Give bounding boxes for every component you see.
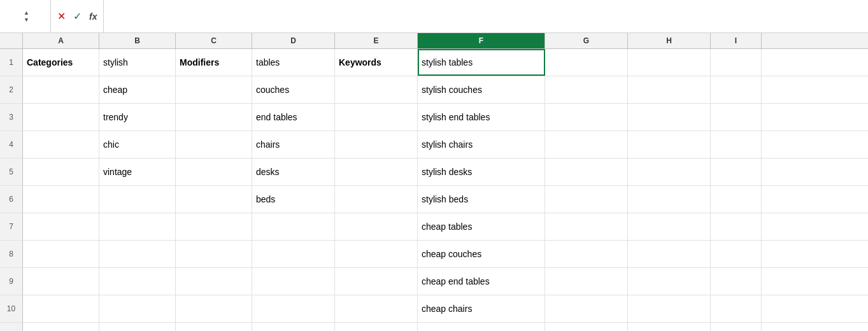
cell-f8[interactable]: cheap couches <box>418 241 545 267</box>
cell-d9[interactable] <box>252 268 335 295</box>
cell-h2[interactable] <box>628 76 711 103</box>
cell-g7[interactable] <box>545 213 628 240</box>
cell-c9[interactable] <box>176 268 252 295</box>
cell-e9[interactable] <box>335 268 418 295</box>
cell-g4[interactable] <box>545 131 628 158</box>
cell-c8[interactable] <box>176 241 252 267</box>
cell-h9[interactable] <box>628 268 711 295</box>
confirm-icon[interactable]: ✓ <box>71 9 84 24</box>
cell-h1[interactable] <box>628 49 711 76</box>
cell-h4[interactable] <box>628 131 711 158</box>
cell-a8[interactable] <box>23 241 99 267</box>
cell-b7[interactable] <box>99 213 176 240</box>
arrow-down-icon[interactable]: ▼ <box>24 17 29 24</box>
cell-b9[interactable] <box>99 268 176 295</box>
cell-g5[interactable] <box>545 158 628 185</box>
cell-i10[interactable] <box>711 295 762 322</box>
cell-c3[interactable] <box>176 104 252 130</box>
cell-c7[interactable] <box>176 213 252 240</box>
col-header-d[interactable]: D <box>252 33 335 48</box>
cell-b6[interactable] <box>99 186 176 213</box>
cell-e10[interactable] <box>335 295 418 322</box>
cell-d3[interactable]: end tables <box>252 104 335 130</box>
cell-c10[interactable] <box>176 295 252 322</box>
cell-d6[interactable]: beds <box>252 186 335 213</box>
cell-b11[interactable] <box>99 323 176 331</box>
cell-b2[interactable]: cheap <box>99 76 176 103</box>
cell-h5[interactable] <box>628 158 711 185</box>
cell-a4[interactable] <box>23 131 99 158</box>
cell-f3[interactable]: stylish end tables <box>418 104 545 130</box>
col-header-h[interactable]: H <box>628 33 711 48</box>
cell-i5[interactable] <box>711 158 762 185</box>
cell-a11[interactable] <box>23 323 99 331</box>
cell-g8[interactable] <box>545 241 628 267</box>
cell-c11[interactable] <box>176 323 252 331</box>
cell-b1[interactable]: stylish <box>99 49 176 76</box>
cell-a1[interactable]: Categories <box>23 49 99 76</box>
cell-e7[interactable] <box>335 213 418 240</box>
cell-c5[interactable] <box>176 158 252 185</box>
cell-i1[interactable] <box>711 49 762 76</box>
cancel-icon[interactable]: ✕ <box>55 9 68 24</box>
cell-i4[interactable] <box>711 131 762 158</box>
cell-e4[interactable] <box>335 131 418 158</box>
cell-i11[interactable] <box>711 323 762 331</box>
cell-c4[interactable] <box>176 131 252 158</box>
cell-c1[interactable]: Modifiers <box>176 49 252 76</box>
cell-h10[interactable] <box>628 295 711 322</box>
cell-f11[interactable]: cheap desks <box>418 323 545 331</box>
cell-b4[interactable]: chic <box>99 131 176 158</box>
cell-i9[interactable] <box>711 268 762 295</box>
cell-d11[interactable] <box>252 323 335 331</box>
col-header-g[interactable]: G <box>545 33 628 48</box>
cell-c6[interactable] <box>176 186 252 213</box>
cell-b8[interactable] <box>99 241 176 267</box>
cell-g6[interactable] <box>545 186 628 213</box>
cell-f1[interactable]: stylish tables <box>418 49 545 76</box>
formula-content[interactable] <box>104 0 868 32</box>
col-header-a[interactable]: A <box>23 33 99 48</box>
col-header-i[interactable]: I <box>711 33 762 48</box>
col-header-f[interactable]: F <box>418 33 545 48</box>
cell-i6[interactable] <box>711 186 762 213</box>
cell-h6[interactable] <box>628 186 711 213</box>
arrow-up-icon[interactable]: ▲ <box>24 10 29 17</box>
cell-d7[interactable] <box>252 213 335 240</box>
cell-f10[interactable]: cheap chairs <box>418 295 545 322</box>
cell-h3[interactable] <box>628 104 711 130</box>
cell-b5[interactable]: vintage <box>99 158 176 185</box>
cell-f2[interactable]: stylish couches <box>418 76 545 103</box>
col-header-e[interactable]: E <box>335 33 418 48</box>
cell-e2[interactable] <box>335 76 418 103</box>
cell-g10[interactable] <box>545 295 628 322</box>
cell-g3[interactable] <box>545 104 628 130</box>
cell-e5[interactable] <box>335 158 418 185</box>
cell-b10[interactable] <box>99 295 176 322</box>
cell-f5[interactable]: stylish desks <box>418 158 545 185</box>
cell-c2[interactable] <box>176 76 252 103</box>
cell-d2[interactable]: couches <box>252 76 335 103</box>
cell-a6[interactable] <box>23 186 99 213</box>
cell-d1[interactable]: tables <box>252 49 335 76</box>
cell-i7[interactable] <box>711 213 762 240</box>
cell-h8[interactable] <box>628 241 711 267</box>
cell-i2[interactable] <box>711 76 762 103</box>
cell-f6[interactable]: stylish beds <box>418 186 545 213</box>
cell-a9[interactable] <box>23 268 99 295</box>
cell-ref-arrows[interactable]: ▲ ▼ <box>24 10 29 24</box>
cell-b3[interactable]: trendy <box>99 104 176 130</box>
cell-e6[interactable] <box>335 186 418 213</box>
cell-g2[interactable] <box>545 76 628 103</box>
cell-h7[interactable] <box>628 213 711 240</box>
cell-d10[interactable] <box>252 295 335 322</box>
cell-f7[interactable]: cheap tables <box>418 213 545 240</box>
cell-a5[interactable] <box>23 158 99 185</box>
col-header-b[interactable]: B <box>99 33 176 48</box>
function-icon[interactable]: fx <box>87 10 99 23</box>
cell-h11[interactable] <box>628 323 711 331</box>
cell-g9[interactable] <box>545 268 628 295</box>
cell-e1[interactable]: Keywords <box>335 49 418 76</box>
cell-a3[interactable] <box>23 104 99 130</box>
cell-a7[interactable] <box>23 213 99 240</box>
